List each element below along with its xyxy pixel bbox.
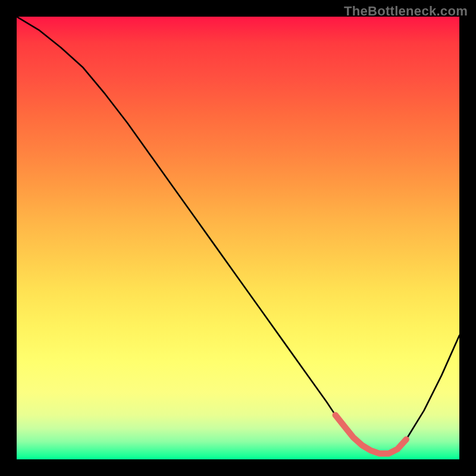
optimal-band-highlight <box>336 415 406 454</box>
chart-stage: TheBottleneck.com <box>0 0 476 476</box>
bottleneck-curve <box>17 17 459 453</box>
plot-area <box>17 17 459 459</box>
curve-layer <box>17 17 459 459</box>
watermark-text: TheBottleneck.com <box>344 4 468 19</box>
